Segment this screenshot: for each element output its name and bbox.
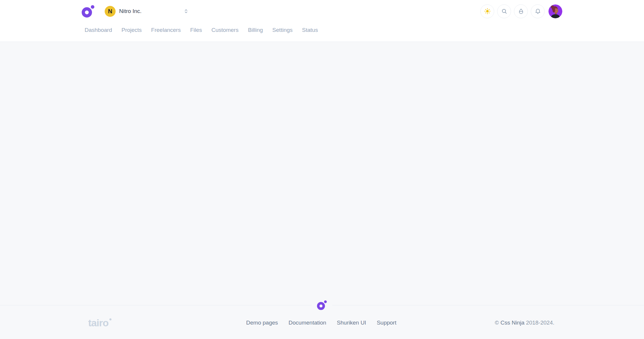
footer-logo-icon <box>317 300 327 310</box>
nav-item-customers[interactable]: Customers <box>211 27 239 34</box>
header-top-row: N Nitro Inc. <box>82 0 562 18</box>
main-content <box>0 42 644 300</box>
copyright: © Css Ninja 2018-2024. <box>396 320 562 326</box>
wordmark-dot <box>109 318 111 320</box>
chevron-updown-icon <box>183 8 189 14</box>
nav-item-billing[interactable]: Billing <box>248 27 263 34</box>
footer-brand[interactable]: tairo <box>82 318 246 328</box>
nav-item-settings[interactable]: Settings <box>272 27 293 34</box>
app-footer: tairo Demo pages Documentation Shuriken … <box>0 300 644 339</box>
divider-line <box>332 305 644 305</box>
workspace-name: Nitro Inc. <box>119 8 142 14</box>
workspace-badge: N <box>105 6 116 17</box>
nav-item-files[interactable]: Files <box>190 27 202 34</box>
nav-item-projects[interactable]: Projects <box>121 27 142 34</box>
notifications-button[interactable] <box>531 4 545 18</box>
search-button[interactable] <box>497 4 511 18</box>
footer-content: tairo Demo pages Documentation Shuriken … <box>82 318 562 328</box>
footer-link-support[interactable]: Support <box>377 320 397 326</box>
copyright-years: 2018-2024. <box>525 320 554 326</box>
nav-item-freelancers[interactable]: Freelancers <box>151 27 181 34</box>
footer-link-documentation[interactable]: Documentation <box>289 320 326 326</box>
theme-toggle-button[interactable] <box>480 4 494 18</box>
app-logo-icon[interactable] <box>82 5 95 18</box>
app-header: N Nitro Inc. <box>0 0 644 42</box>
divider-line <box>0 305 312 305</box>
user-avatar[interactable] <box>548 4 562 18</box>
tairo-wordmark: tairo <box>88 318 109 328</box>
workspace-selector[interactable]: N Nitro Inc. <box>105 6 189 17</box>
copyright-symbol: © <box>495 320 500 326</box>
droplet-button[interactable] <box>514 4 528 18</box>
footer-divider <box>0 300 644 310</box>
avatar-illustration <box>548 4 562 18</box>
primary-nav: Dashboard Projects Freelancers Files Cus… <box>82 27 562 34</box>
nav-item-dashboard[interactable]: Dashboard <box>85 27 112 34</box>
footer-links: Demo pages Documentation Shuriken UI Sup… <box>246 320 396 326</box>
footer-link-demo-pages[interactable]: Demo pages <box>246 320 278 326</box>
copyright-owner-link[interactable]: Css Ninja <box>500 320 524 326</box>
footer-link-shuriken-ui[interactable]: Shuriken UI <box>337 320 366 326</box>
search-icon <box>501 8 507 14</box>
droplet-icon <box>518 8 524 14</box>
bell-icon <box>535 8 541 14</box>
header-toolbar <box>480 4 562 18</box>
sun-icon <box>484 8 491 14</box>
nav-item-status[interactable]: Status <box>302 27 318 34</box>
